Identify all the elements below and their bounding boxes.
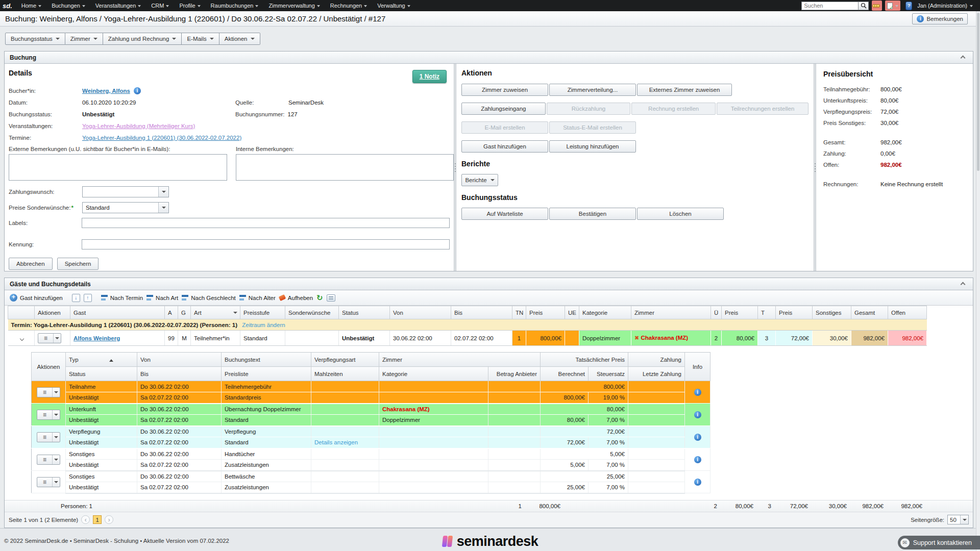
menu-zimmer[interactable]: Zimmer: [65, 33, 103, 45]
berichte-dropdown-button[interactable]: Berichte: [461, 174, 498, 186]
header-geschlecht[interactable]: G: [178, 306, 191, 319]
preise-sonderwuensche-select[interactable]: Standard: [82, 202, 169, 213]
filter-icon[interactable]: [233, 312, 237, 314]
header-tage[interactable]: T: [758, 306, 776, 319]
menu-buchungsstatus[interactable]: Buchungsstatus: [5, 33, 65, 45]
header-sonderwuensche[interactable]: Sonderwünsche: [285, 306, 339, 319]
group-nach-termin[interactable]: Nach Termin: [101, 295, 143, 301]
bucher-link[interactable]: Weinberg, Alfons: [82, 88, 130, 94]
guest-name-link[interactable]: Alfons Weinberg: [74, 335, 120, 341]
sub-header-kategorie[interactable]: Kategorie: [379, 367, 488, 381]
externes-zimmer-button[interactable]: Externes Zimmer zuweisen: [637, 84, 732, 96]
nav-rechnungen[interactable]: Rechnungen: [325, 0, 372, 11]
info-icon[interactable]: i: [694, 479, 701, 486]
header-art[interactable]: Art: [191, 306, 240, 319]
header-gast[interactable]: Gast: [70, 306, 165, 319]
header-kategorie[interactable]: Kategorie: [579, 306, 631, 319]
sub-header-berechnet[interactable]: Berechnet: [541, 367, 589, 381]
sub-header-zimmer[interactable]: Zimmer: [379, 353, 541, 367]
group-nach-art[interactable]: Nach Art: [146, 295, 178, 301]
menu-aktionen[interactable]: Aktionen: [219, 33, 260, 45]
nav-raumbuchungen[interactable]: Raumbuchungen: [206, 0, 264, 11]
kennung-input[interactable]: [82, 239, 450, 249]
header-zimmer[interactable]: Zimmer: [631, 306, 711, 319]
sub-header-mahlzeiten[interactable]: Mahlzeiten: [311, 367, 379, 381]
zimmer-zuweisen-button[interactable]: Zimmer zuweisen: [461, 84, 548, 96]
item-actions-button[interactable]: ≡: [37, 387, 60, 397]
header-aktionen[interactable]: Aktionen: [35, 306, 70, 319]
header-uebernachtungen[interactable]: Ü: [711, 306, 722, 319]
interne-bemerkungen-textarea[interactable]: [236, 154, 454, 181]
header-status[interactable]: Status: [339, 306, 390, 319]
sub-header-von[interactable]: Von: [137, 353, 222, 367]
help-icon[interactable]: ?: [903, 1, 914, 11]
toolbar-gast-hinzufuegen[interactable]: + Gast hinzufügen: [10, 294, 63, 302]
nav-veranstaltungen[interactable]: Veranstaltungen: [90, 0, 146, 11]
header-tn-preis[interactable]: Preis: [526, 306, 565, 319]
payments-icon[interactable]: [872, 1, 882, 11]
nav-profile[interactable]: Profile: [174, 0, 205, 11]
sub-header-preisliste[interactable]: Preisliste: [222, 367, 311, 381]
sub-header-letzte-zahlung[interactable]: Letzte Zahlung: [628, 367, 685, 381]
group-nach-geschlecht[interactable]: Nach Geschlecht: [182, 295, 236, 301]
nav-home[interactable]: Home: [16, 0, 46, 11]
veranstaltung-link[interactable]: Yoga-Lehrer-Ausbildung (Mehrteiliger Kur…: [82, 123, 195, 129]
expand-cell[interactable]: [8, 331, 35, 346]
header-alter[interactable]: A: [165, 306, 178, 319]
header-gesamt[interactable]: Gesamt: [851, 306, 888, 319]
details-anzeigen-link[interactable]: Details anzeigen: [314, 439, 358, 445]
header-von[interactable]: Von: [390, 306, 451, 319]
item-actions-button[interactable]: ≡: [37, 477, 60, 487]
zahlungseingang-button[interactable]: Zahlungseingang: [461, 103, 546, 115]
info-icon[interactable]: i: [134, 87, 141, 94]
report-icon[interactable]: [327, 294, 335, 302]
collapse-panel-icon[interactable]: [961, 56, 966, 61]
remove-room-icon[interactable]: ✖: [634, 335, 639, 341]
info-icon[interactable]: i: [694, 456, 701, 463]
prev-page-button[interactable]: ‹: [81, 515, 90, 524]
sub-header-bis[interactable]: Bis: [137, 367, 222, 381]
item-actions-button[interactable]: ≡: [37, 455, 60, 465]
nav-verwaltung[interactable]: Verwaltung: [372, 0, 415, 11]
bemerkungen-button[interactable]: i Bemerkungen: [912, 13, 968, 24]
info-icon[interactable]: i: [694, 434, 701, 441]
menu-emails[interactable]: E-Mails: [182, 33, 219, 45]
speichern-button[interactable]: Speichern: [57, 258, 99, 270]
header-tn[interactable]: TN: [512, 306, 526, 319]
header-preisstufe[interactable]: Preisstufe: [240, 306, 285, 319]
app-logo[interactable]: sd.: [0, 2, 16, 10]
group-aufheben[interactable]: Aufheben: [279, 295, 313, 301]
zahlungswunsch-select[interactable]: [82, 186, 169, 197]
loeschen-button[interactable]: Löschen: [637, 208, 724, 220]
info-icon[interactable]: i: [694, 411, 701, 418]
collapse-all-icon[interactable]: ↑: [84, 294, 92, 302]
labels-input[interactable]: [82, 218, 450, 228]
expand-all-icon[interactable]: ↓: [72, 294, 80, 302]
group-nach-alter[interactable]: Nach Alter: [239, 295, 276, 301]
item-actions-button[interactable]: ≡: [37, 410, 60, 420]
sub-header-verpflegungsart[interactable]: Verpflegungsart: [311, 353, 379, 367]
refresh-icon[interactable]: ↻: [316, 293, 323, 303]
nav-zimmerverwaltung[interactable]: Zimmerverwaltung: [263, 0, 325, 11]
item-actions-button[interactable]: ≡: [37, 432, 60, 442]
leistung-hinzufuegen-button[interactable]: Leistung hinzufügen: [549, 140, 636, 153]
nav-buchungen[interactable]: Buchungen: [46, 0, 90, 11]
guest-actions-button[interactable]: ≡: [38, 333, 61, 343]
page-scrollbar[interactable]: [976, 11, 980, 551]
header-bis[interactable]: Bis: [451, 306, 512, 319]
tasks-icon[interactable]: [885, 1, 900, 11]
collapse-panel-icon[interactable]: [961, 282, 966, 287]
sub-header-buchungstext[interactable]: Buchungstext: [222, 353, 311, 367]
sub-header-betrag-anbieter[interactable]: Betrag Anbieter: [488, 367, 541, 381]
sub-header-status[interactable]: Status: [66, 367, 137, 381]
notiz-button[interactable]: 1 Notiz: [412, 70, 447, 83]
sub-header-typ[interactable]: Typ: [66, 353, 137, 367]
search-input[interactable]: [801, 2, 859, 10]
zeitraum-aendern-link[interactable]: Zeitraum ändern: [242, 322, 285, 328]
header-ue-preis[interactable]: Preis: [722, 306, 758, 319]
auf-warteliste-button[interactable]: Auf Warteliste: [461, 208, 548, 220]
externe-bemerkungen-textarea[interactable]: [9, 154, 227, 181]
abbrechen-button[interactable]: Abbrechen: [9, 258, 53, 270]
nav-crm[interactable]: CRM: [146, 0, 174, 11]
page-size-select[interactable]: 50: [947, 515, 969, 524]
